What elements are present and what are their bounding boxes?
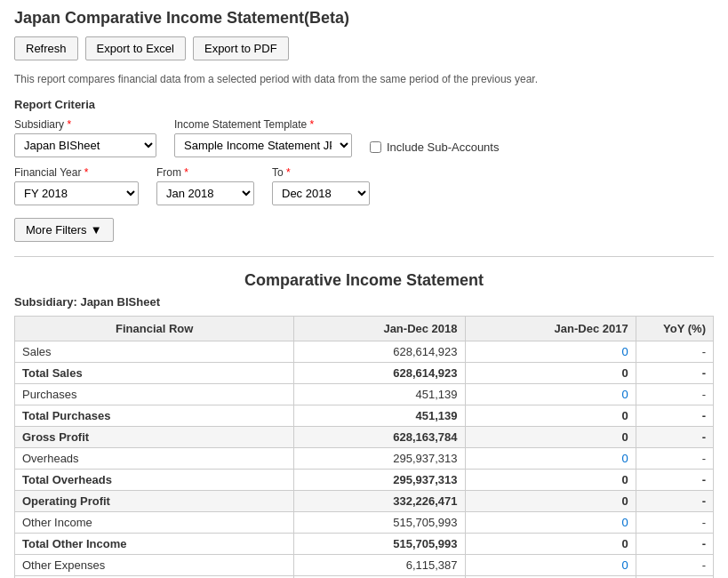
chevron-down-icon: ▼ xyxy=(91,223,102,237)
template-select[interactable]: Sample Income Statement JP xyxy=(174,133,352,157)
cell-val2018: 628,163,784 xyxy=(294,427,465,448)
report-description: This report compares financial data from… xyxy=(14,73,714,85)
toolbar: Refresh Export to Excel Export to PDF xyxy=(14,36,714,60)
cell-val2018: 515,705,993 xyxy=(294,534,465,555)
financial-year-select[interactable]: FY 2018 xyxy=(14,181,139,205)
table-row: Operating Profit xyxy=(15,491,294,512)
from-field: From * Jan 2018 xyxy=(156,166,254,205)
refresh-button[interactable]: Refresh xyxy=(14,36,78,60)
cell-val2018: 332,226,471 xyxy=(294,491,465,512)
cell-yoy: - xyxy=(636,341,713,363)
cell-val2017: 0 xyxy=(465,512,636,534)
from-select[interactable]: Jan 2018 xyxy=(156,181,254,205)
report-title: Comparative Income Statement xyxy=(14,271,714,290)
col-header-yoy: YoY (%) xyxy=(636,317,713,341)
cell-yoy: - xyxy=(636,491,713,512)
cell-val2017: 0 xyxy=(465,384,636,405)
cell-yoy: - xyxy=(636,363,713,384)
subsidiary-field: Subsidiary * Japan BISheet xyxy=(14,118,156,157)
income-statement-table: Financial Row Jan-Dec 2018 Jan-Dec 2017 … xyxy=(14,316,714,578)
table-row: Purchases xyxy=(15,384,294,405)
financial-year-label: Financial Year * xyxy=(14,166,139,179)
cell-yoy: - xyxy=(636,427,713,448)
col-header-jan2017: Jan-Dec 2017 xyxy=(465,317,636,341)
cell-val2017: 0 xyxy=(465,534,636,555)
cell-val2018: 295,937,313 xyxy=(294,470,465,491)
subsidiary-line: Subsidiary: Japan BISheet xyxy=(14,295,714,309)
cell-val2018: 451,139 xyxy=(294,384,465,405)
table-row: Total Purchases xyxy=(15,405,294,427)
cell-val2018: 295,937,313 xyxy=(294,448,465,470)
table-row: Other Income xyxy=(15,512,294,534)
table-row: Other Expenses xyxy=(15,555,294,576)
export-pdf-button[interactable]: Export to PDF xyxy=(193,36,289,60)
table-row: Sales xyxy=(15,341,294,363)
to-label: To * xyxy=(272,166,370,179)
cell-yoy: - xyxy=(636,448,713,470)
financial-year-field: Financial Year * FY 2018 xyxy=(14,166,139,205)
cell-yoy: - xyxy=(636,470,713,491)
criteria-title: Report Criteria xyxy=(14,98,714,111)
include-subaccounts-label: Include Sub-Accounts xyxy=(387,140,499,154)
cell-yoy: - xyxy=(636,555,713,576)
cell-val2017: 0 xyxy=(465,491,636,512)
table-row: Gross Profit xyxy=(15,427,294,448)
cell-val2018: 6,115,387 xyxy=(294,555,465,576)
cell-yoy: - xyxy=(636,512,713,534)
more-filters-button[interactable]: More Filters ▼ xyxy=(14,218,114,242)
include-subaccounts-checkbox[interactable] xyxy=(370,141,381,153)
export-excel-button[interactable]: Export to Excel xyxy=(85,36,186,60)
table-row: Total Sales xyxy=(15,363,294,384)
cell-val2017: 0 xyxy=(465,427,636,448)
cell-val2017: 0 xyxy=(465,470,636,491)
to-field: To * Dec 2018 xyxy=(272,166,370,205)
report-criteria-section: Report Criteria Subsidiary * Japan BIShe… xyxy=(14,98,714,242)
cell-val2018: 628,614,923 xyxy=(294,363,465,384)
table-row: Total Overheads xyxy=(15,470,294,491)
cell-yoy: - xyxy=(636,405,713,427)
cell-val2017: 0 xyxy=(465,341,636,363)
cell-val2018: 451,139 xyxy=(294,405,465,427)
include-subaccounts-field: Include Sub-Accounts xyxy=(370,140,499,157)
cell-yoy: - xyxy=(636,384,713,405)
page-title: Japan Comparative Income Statement(Beta) xyxy=(14,9,714,28)
table-row: Overheads xyxy=(15,448,294,470)
col-header-jan2018: Jan-Dec 2018 xyxy=(294,317,465,341)
from-label: From * xyxy=(156,166,254,179)
cell-val2017: 0 xyxy=(465,555,636,576)
subsidiary-label: Subsidiary * xyxy=(14,118,156,131)
to-select[interactable]: Dec 2018 xyxy=(272,181,370,205)
cell-val2017: 0 xyxy=(465,405,636,427)
cell-yoy: - xyxy=(636,534,713,555)
section-divider xyxy=(14,256,714,257)
cell-val2017: 0 xyxy=(465,448,636,470)
table-row: Total Other Income xyxy=(15,534,294,555)
template-label: Income Statement Template * xyxy=(174,118,352,131)
cell-val2017: 0 xyxy=(465,363,636,384)
more-filters-label: More Filters xyxy=(26,223,87,237)
report-section: Comparative Income Statement Subsidiary:… xyxy=(14,271,714,578)
cell-val2018: 628,614,923 xyxy=(294,341,465,363)
template-field: Income Statement Template * Sample Incom… xyxy=(174,118,352,157)
subsidiary-select[interactable]: Japan BISheet xyxy=(14,133,156,157)
col-header-financial-row: Financial Row xyxy=(15,317,294,341)
cell-val2018: 515,705,993 xyxy=(294,512,465,534)
